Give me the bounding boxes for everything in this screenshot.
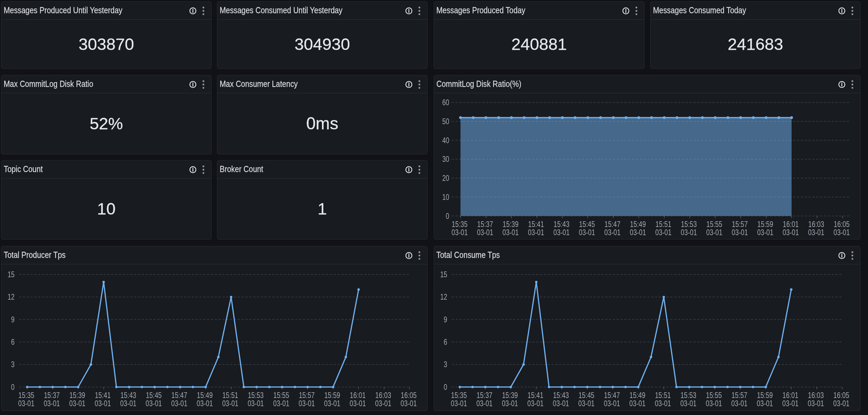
svg-text:03-01: 03-01 <box>655 228 672 237</box>
svg-text:03-01: 03-01 <box>706 228 723 237</box>
svg-text:03-01: 03-01 <box>783 228 799 237</box>
svg-text:03-01: 03-01 <box>527 399 544 408</box>
svg-text:03-01: 03-01 <box>528 228 544 237</box>
svg-text:03-01: 03-01 <box>273 399 289 408</box>
svg-text:03-01: 03-01 <box>502 399 518 408</box>
svg-text:40: 40 <box>442 136 449 145</box>
svg-text:03-01: 03-01 <box>171 399 187 408</box>
svg-text:03-01: 03-01 <box>452 228 468 237</box>
svg-text:50: 50 <box>442 117 449 126</box>
svg-text:03-01: 03-01 <box>349 399 366 408</box>
svg-text:3: 3 <box>11 360 15 369</box>
svg-text:60: 60 <box>442 98 449 107</box>
svg-text:0: 0 <box>446 211 449 221</box>
svg-text:12: 12 <box>7 293 15 302</box>
svg-text:3: 3 <box>444 360 447 369</box>
svg-text:30: 30 <box>442 155 449 164</box>
svg-text:03-01: 03-01 <box>833 399 850 408</box>
svg-text:03-01: 03-01 <box>248 399 264 408</box>
svg-text:03-01: 03-01 <box>477 228 493 237</box>
svg-text:03-01: 03-01 <box>578 399 595 408</box>
svg-text:03-01: 03-01 <box>579 228 595 237</box>
svg-text:03-01: 03-01 <box>629 399 646 408</box>
svg-text:03-01: 03-01 <box>681 228 697 237</box>
svg-text:0: 0 <box>444 382 447 392</box>
svg-text:03-01: 03-01 <box>401 399 417 408</box>
svg-text:03-01: 03-01 <box>808 399 824 408</box>
svg-text:03-01: 03-01 <box>757 399 773 408</box>
svg-text:15: 15 <box>7 270 15 279</box>
svg-text:03-01: 03-01 <box>95 399 111 408</box>
svg-text:03-01: 03-01 <box>69 399 86 408</box>
svg-text:03-01: 03-01 <box>834 228 850 237</box>
svg-text:03-01: 03-01 <box>680 399 697 408</box>
svg-text:0: 0 <box>11 382 15 392</box>
svg-text:03-01: 03-01 <box>655 399 671 408</box>
svg-text:03-01: 03-01 <box>808 228 825 237</box>
svg-text:03-01: 03-01 <box>299 399 315 408</box>
svg-text:03-01: 03-01 <box>604 228 621 237</box>
svg-text:03-01: 03-01 <box>375 399 392 408</box>
svg-text:03-01: 03-01 <box>553 399 569 408</box>
svg-text:03-01: 03-01 <box>120 399 137 408</box>
svg-text:6: 6 <box>444 338 447 347</box>
svg-text:03-01: 03-01 <box>451 399 467 408</box>
svg-text:03-01: 03-01 <box>146 399 162 408</box>
svg-text:03-01: 03-01 <box>757 228 774 237</box>
svg-text:03-01: 03-01 <box>630 228 646 237</box>
svg-text:10: 10 <box>442 193 449 202</box>
svg-text:03-01: 03-01 <box>197 399 213 408</box>
svg-text:03-01: 03-01 <box>222 399 238 408</box>
svg-text:03-01: 03-01 <box>782 399 798 408</box>
svg-text:20: 20 <box>442 174 449 183</box>
svg-text:03-01: 03-01 <box>731 399 747 408</box>
svg-text:03-01: 03-01 <box>503 228 519 237</box>
svg-text:03-01: 03-01 <box>324 399 340 408</box>
svg-text:9: 9 <box>444 315 447 324</box>
svg-text:6: 6 <box>11 338 15 347</box>
svg-text:12: 12 <box>440 293 447 302</box>
svg-text:9: 9 <box>11 315 15 324</box>
svg-text:03-01: 03-01 <box>476 399 493 408</box>
svg-text:03-01: 03-01 <box>554 228 570 237</box>
svg-text:03-01: 03-01 <box>604 399 620 408</box>
svg-text:03-01: 03-01 <box>44 399 60 408</box>
svg-text:03-01: 03-01 <box>732 228 748 237</box>
svg-text:03-01: 03-01 <box>18 399 35 408</box>
svg-text:03-01: 03-01 <box>706 399 722 408</box>
svg-text:15: 15 <box>440 270 447 279</box>
